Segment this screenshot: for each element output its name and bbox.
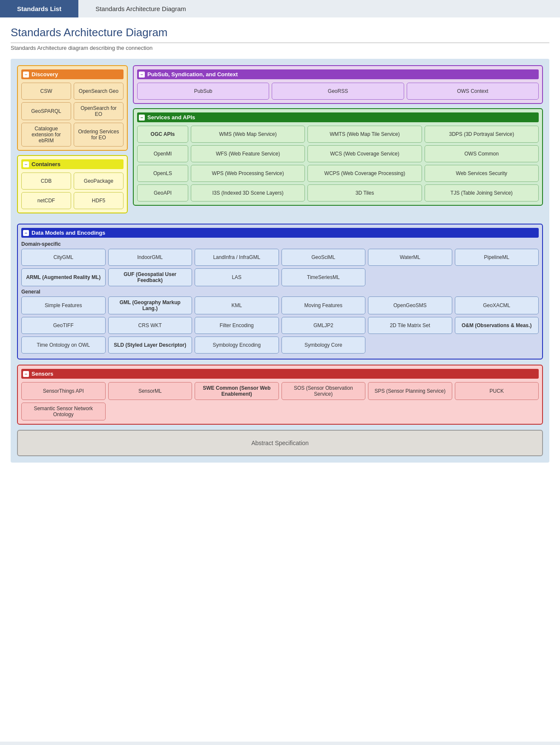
list-item[interactable]: GeoSPARQL [21,102,71,120]
list-item[interactable]: OpenMI [137,145,188,162]
list-item[interactable]: GeoTIFF [21,317,106,334]
containers-section: − Containers CDB GeoPackage netCDF HDF5 [17,155,128,213]
domain-label: Domain-specific [21,241,539,247]
list-item[interactable]: LAS [195,268,279,286]
datamodels-header: − Data Models and Encodings [21,228,539,238]
pubsub-collapse[interactable]: − [139,72,145,78]
list-item[interactable]: WMTS (Web Map Tile Service) [307,126,422,143]
tab-architecture-diagram-label: Standards Architecture Diagram [95,5,186,12]
services-header: − Services and APIs [137,112,539,122]
right-column: − PubSub, Syndication, and Context PubSu… [133,65,543,219]
list-item[interactable]: OWS Common [425,145,539,162]
list-item[interactable]: WPS (Web Processing Service) [191,165,305,182]
list-item[interactable]: SWE Common (Sensor Web Enablement) [195,382,279,400]
discovery-collapse[interactable]: − [23,72,29,78]
page-title: Standards Architecture Diagram [11,26,549,43]
pubsub-grid: PubSub GeoRSS OWS Context [137,83,539,100]
containers-grid: CDB GeoPackage netCDF HDF5 [21,173,123,209]
list-item[interactable]: WCPS (Web Coverage Processing) [307,165,422,182]
list-item[interactable]: WCS (Web Coverage Service) [307,145,422,162]
list-item[interactable]: 3DPS (3D Portrayal Service) [425,126,539,143]
services-grid: OGC APIs WMS (Web Map Service) WMTS (Web… [137,126,539,201]
list-item[interactable]: TJS (Table Joining Service) [425,184,539,201]
discovery-title: Discovery [32,71,58,78]
list-item[interactable]: Symbology Encoding [195,337,279,354]
list-item[interactable]: GeoRSS [272,83,404,100]
services-title: Services and APIs [147,114,195,121]
pubsub-header: − PubSub, Syndication, and Context [137,69,539,79]
list-item[interactable]: CSW [21,83,71,100]
diagram-area: − Discovery CSW OpenSearch Geo GeoSPARQL… [11,59,549,463]
list-item[interactable]: GeoXACML [455,296,539,314]
list-item[interactable]: OGC APIs [137,126,188,143]
list-item[interactable]: GUF (Geospatial User Feedback) [108,268,192,286]
discovery-header: − Discovery [21,69,123,79]
sensors-grid2: Semantic Sensor Network Ontology [21,403,539,420]
list-item[interactable]: OpenSearch for EO [74,102,123,120]
pubsub-title: PubSub, Syndication, and Context [147,71,238,78]
discovery-grid: CSW OpenSearch Geo GeoSPARQL OpenSearch … [21,83,123,147]
list-item[interactable]: WMS (Web Map Service) [191,126,305,143]
list-item[interactable]: I3S (Indexed 3D Scene Layers) [191,184,305,201]
list-item[interactable]: CRS WKT [108,317,192,334]
list-item[interactable]: OpenGeoSMS [368,296,452,314]
list-item[interactable]: Catalogue extension for ebRIM [21,123,71,147]
services-collapse[interactable]: − [139,115,145,121]
list-item[interactable]: Symbology Core [281,337,366,354]
list-item[interactable]: GMLJP2 [281,317,366,334]
tab-standards-list[interactable]: Standards List [0,0,78,17]
list-item[interactable]: CityGML [21,249,106,266]
tab-architecture-diagram[interactable]: Standards Architecture Diagram [78,0,203,17]
list-item[interactable]: 2D Tile Matrix Set [368,317,452,334]
pubsub-section: − PubSub, Syndication, and Context PubSu… [133,65,543,104]
list-item[interactable]: GML (Geography Markup Lang.) [108,296,192,314]
abstract-section: Abstract Specification [17,430,543,456]
list-item[interactable]: O&M (Observations & Meas.) [455,317,539,334]
list-item[interactable]: WFS (Web Feature Service) [191,145,305,162]
list-item[interactable]: netCDF [21,192,71,209]
list-item[interactable]: SLD (Styled Layer Descriptor) [108,337,192,354]
list-item[interactable]: IndoorGML [108,249,192,266]
list-item[interactable]: GeoAPI [137,184,188,201]
list-item[interactable]: 3D Tiles [307,184,422,201]
general-label: General [21,289,539,295]
list-item[interactable]: SensorThings API [21,382,106,400]
list-item[interactable]: CDB [21,173,71,190]
list-item[interactable]: WaterML [368,249,452,266]
list-item[interactable]: HDF5 [74,192,123,209]
sensors-title: Sensors [32,371,53,377]
list-item[interactable]: Ordering Services for EO [74,123,123,147]
list-item[interactable]: LandInfra / InfraGML [195,249,279,266]
list-item[interactable]: OpenLS [137,165,188,182]
list-item[interactable]: Time Ontology on OWL [21,337,106,354]
sensors-collapse[interactable]: − [23,371,29,377]
list-item[interactable]: PUCK [455,382,539,400]
general-grid2: GeoTIFF CRS WKT Filter Encoding GMLJP2 2… [21,317,539,334]
list-item[interactable]: KML [195,296,279,314]
list-item[interactable]: GeoPackage [74,173,123,190]
sensors-grid: SensorThings API SensorML SWE Common (Se… [21,382,539,400]
list-item[interactable]: Moving Features [281,296,366,314]
list-item[interactable]: SensorML [108,382,192,400]
discovery-section: − Discovery CSW OpenSearch Geo GeoSPARQL… [17,65,128,151]
list-item[interactable]: GeoSciML [281,249,366,266]
general-grid3: Time Ontology on OWL SLD (Styled Layer D… [21,337,539,354]
list-item[interactable]: Web Services Security [425,165,539,182]
page-subtitle: Standards Architecture diagram describin… [11,45,549,51]
list-item[interactable]: Filter Encoding [195,317,279,334]
tab-bar: Standards List Standards Architecture Di… [0,0,560,17]
containers-collapse[interactable]: − [23,161,29,167]
services-section: − Services and APIs OGC APIs WMS (Web Ma… [133,108,543,206]
list-item[interactable]: PubSub [137,83,269,100]
list-item[interactable]: TimeSeriesML [281,268,366,286]
list-item[interactable]: Semantic Sensor Network Ontology [21,403,106,420]
list-item[interactable]: ARML (Augmented Reality ML) [21,268,106,286]
list-item[interactable]: Simple Features [21,296,106,314]
list-item[interactable]: OpenSearch Geo [74,83,123,100]
list-item[interactable]: SPS (Sensor Planning Service) [368,382,452,400]
datamodels-collapse[interactable]: − [23,230,29,236]
page-content: Standards Architecture Diagram Standards… [0,17,560,742]
list-item[interactable]: OWS Context [407,83,539,100]
list-item[interactable]: SOS (Sensor Observation Service) [281,382,366,400]
list-item[interactable]: PipelineML [455,249,539,266]
